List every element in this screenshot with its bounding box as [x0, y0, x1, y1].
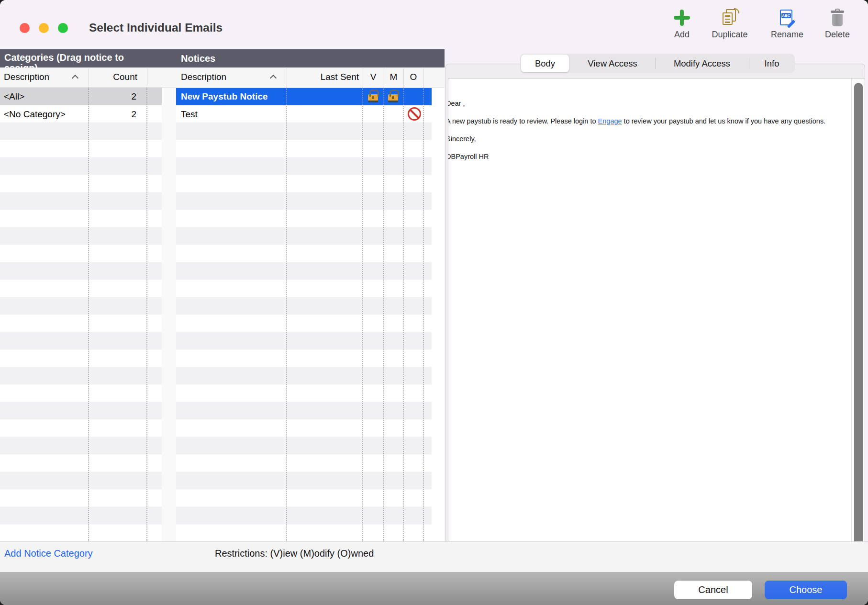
- categories-description-column-header[interactable]: Description: [4, 72, 49, 82]
- notices-description-column-header[interactable]: Description: [181, 72, 226, 82]
- duplicate-button[interactable]: Duplicate: [701, 7, 758, 46]
- email-text: to review your paystub and let us know i…: [622, 117, 826, 125]
- column-divider: [363, 68, 363, 87]
- add-button[interactable]: Add: [663, 7, 701, 46]
- add-button-label: Add: [674, 30, 690, 40]
- column-divider: [384, 68, 384, 87]
- tab-modify-access[interactable]: Modify Access: [655, 54, 749, 73]
- column-divider-dotted: [362, 88, 363, 541]
- last-sent-column-header[interactable]: Last Sent: [287, 72, 363, 82]
- duplicate-button-label: Duplicate: [712, 30, 747, 40]
- email-preview: Dear , A new paystub is ready to review.…: [448, 100, 834, 170]
- add-notice-category-link[interactable]: Add Notice Category: [4, 548, 93, 559]
- category-count: 2: [89, 91, 142, 102]
- plus-icon: [673, 7, 690, 29]
- notice-row-test[interactable]: Test: [176, 105, 432, 123]
- email-signature: DBPayroll HR: [448, 153, 834, 160]
- column-divider-dotted: [146, 88, 147, 541]
- column-divider-dotted: [403, 88, 404, 541]
- email-text: A new paystub is ready to review. Please…: [448, 117, 598, 125]
- table-gap: [162, 88, 176, 541]
- lock-icon: [388, 94, 398, 102]
- owned-column-header[interactable]: O: [403, 72, 423, 82]
- delete-button[interactable]: Delete: [816, 7, 859, 46]
- notices-table-margin: [432, 88, 445, 541]
- category-row-no-category[interactable]: <No Category> 2: [0, 105, 162, 123]
- notice-description: New Paystub Notice: [181, 91, 268, 102]
- body-preview-pane: Dear , A new paystub is ready to review.…: [448, 78, 865, 568]
- rename-button-label: Rename: [771, 30, 803, 40]
- column-divider: [147, 68, 147, 87]
- footer-band: Add Notice Category Restrictions: (V)iew…: [0, 541, 868, 572]
- column-divider-dotted: [423, 88, 424, 541]
- scrollbar-track: [851, 78, 865, 567]
- sort-ascending-icon: [72, 75, 78, 81]
- delete-button-label: Delete: [825, 30, 850, 40]
- prohibited-icon: [408, 107, 421, 121]
- zoom-window-button[interactable]: [58, 23, 68, 33]
- column-divider-dotted: [88, 88, 89, 541]
- notice-description: Test: [181, 109, 198, 120]
- section-header-bar: Categories (Drag notice to assign) Notic…: [0, 49, 445, 67]
- email-greeting: Dear ,: [448, 100, 834, 107]
- column-divider: [89, 68, 89, 87]
- categories-count-column-header[interactable]: Count: [89, 72, 142, 82]
- category-description: <All>: [4, 91, 24, 102]
- trash-icon: [830, 7, 845, 29]
- cancel-button[interactable]: Cancel: [674, 581, 752, 599]
- dialog-window: Select Individual Emails Add Duplicate A…: [0, 0, 868, 605]
- scrollbar-thumb[interactable]: [854, 83, 863, 564]
- modify-column-header[interactable]: M: [384, 72, 403, 82]
- engage-link[interactable]: Engage: [598, 117, 622, 125]
- tab-bar: Body View Access Modify Access Info: [520, 54, 795, 73]
- bottom-action-bar: Cancel Choose: [0, 572, 868, 605]
- lock-icon: [368, 94, 378, 102]
- column-divider: [287, 68, 287, 87]
- notices-section-label: Notices: [181, 53, 215, 64]
- tab-view-access[interactable]: View Access: [570, 54, 655, 73]
- category-description: <No Category>: [4, 109, 66, 120]
- category-row-all[interactable]: <All> 2: [0, 88, 162, 105]
- category-count: 2: [89, 109, 142, 120]
- minimize-window-button[interactable]: [39, 23, 49, 33]
- detail-panel: Dear , A new paystub is ready to review.…: [445, 64, 865, 572]
- column-divider: [403, 68, 404, 87]
- column-divider-dotted: [383, 88, 384, 541]
- categories-section-label: Categories (Drag notice to assign): [4, 52, 148, 67]
- rename-button[interactable]: ABC Rename: [758, 7, 816, 46]
- tab-body[interactable]: Body: [521, 55, 569, 72]
- view-column-header[interactable]: V: [363, 72, 384, 82]
- window-title: Select Individual Emails: [89, 21, 223, 34]
- email-closing: Sincerely,: [448, 135, 834, 143]
- tab-info[interactable]: Info: [749, 54, 795, 73]
- email-body-line: A new paystub is ready to review. Please…: [448, 117, 834, 125]
- categories-table: <All> 2 <No Category> 2: [0, 88, 162, 541]
- column-divider-dotted: [286, 88, 287, 541]
- title-bar: Select Individual Emails Add Duplicate A…: [0, 0, 868, 49]
- restrictions-legend: Restrictions: (V)iew (M)odify (O)wned: [215, 548, 374, 559]
- duplicate-icon: [720, 7, 739, 29]
- table-header-row: Description Count Description Last Sent …: [0, 67, 445, 88]
- column-divider: [423, 68, 424, 87]
- notice-row-new-paystub[interactable]: New Paystub Notice: [176, 88, 432, 105]
- rename-icon: ABC: [779, 7, 795, 29]
- sort-ascending-icon: [270, 75, 277, 81]
- close-window-button[interactable]: [20, 23, 30, 33]
- notices-table: New Paystub Notice Test: [176, 88, 432, 541]
- choose-button[interactable]: Choose: [765, 581, 847, 599]
